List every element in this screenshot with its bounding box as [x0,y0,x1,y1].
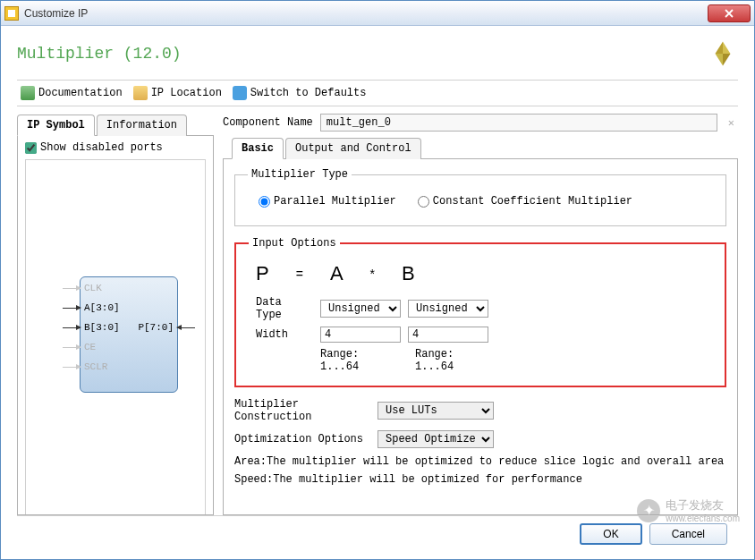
ip-location-label: IP Location [151,87,222,99]
eq-equals: = [296,267,303,281]
page-title: Multiplier (12.0) [17,45,708,63]
data-type-label: Data Type [256,296,313,321]
svg-marker-3 [723,54,731,66]
component-name-label: Component Name [223,116,313,129]
right-panel: Component Name ✕ Basic Output and Contro… [223,114,738,515]
multiplier-type-group: Multiplier Type Parallel Multiplier Cons… [234,168,726,226]
clear-name-icon[interactable]: ✕ [725,116,738,130]
data-type-row: Data Type Unsigned Unsigned [256,296,705,321]
data-type-a-select[interactable]: Unsigned [320,300,401,318]
eq-P: P [256,262,269,285]
tab-output-control[interactable]: Output and Control [285,138,421,159]
eq-A: A [330,262,344,285]
eq-star: * [370,267,375,281]
width-row: Width [256,327,705,343]
input-options-legend: Input Options [249,237,340,250]
documentation-button[interactable]: Documentation [17,84,126,102]
svg-marker-2 [716,54,724,66]
optimization-label: Optimization Options [234,433,369,445]
construction-row: Multiplier Construction Use LUTs [234,398,726,423]
radio-parallel[interactable]: Parallel Multiplier [259,195,396,208]
window: Customize IP Multiplier (12.0) Documenta… [0,0,755,560]
component-name-input[interactable] [320,114,717,132]
input-options-group: Input Options P = A * B Data Type Unsign… [234,237,726,387]
book-icon [21,86,35,100]
toolbar: Documentation IP Location Switch to Defa… [17,80,738,106]
ok-button[interactable]: OK [580,523,641,545]
port-p: P[7:0] [138,322,174,333]
refresh-icon [233,86,247,100]
close-button[interactable] [708,4,751,22]
component-name-row: Component Name ✕ [223,114,738,132]
construction-label: Multiplier Construction [234,398,369,423]
data-type-b-select[interactable]: Unsigned [408,300,488,318]
width-label: Width [256,328,313,341]
right-content: Multiplier Type Parallel Multiplier Cons… [223,158,738,515]
app-icon [4,6,19,21]
tab-basic[interactable]: Basic [232,138,284,159]
pin-a [63,308,81,309]
range-a: Range: 1...64 [320,348,401,373]
folder-icon [133,86,148,100]
radio-parallel-label: Parallel Multiplier [274,195,396,208]
vendor-logo-icon [708,38,738,69]
port-sclr: SCLR [84,361,107,372]
port-a: A[3:0] [84,302,120,313]
switch-defaults-label: Switch to Defaults [250,87,367,99]
right-tabset: Basic Output and Control [232,137,738,158]
svg-marker-1 [716,41,724,54]
radio-constant[interactable]: Constant Coefficient Multiplier [418,195,632,208]
port-b: B[3:0] [84,322,120,333]
window-title: Customize IP [24,7,708,20]
area-description: Area:The multiplier will be optimized to… [234,455,726,468]
radio-constant-input[interactable] [418,196,429,208]
close-icon [725,9,734,18]
content-area: Multiplier (12.0) Documentation IP Locat… [1,26,754,559]
ip-symbol-canvas[interactable]: CLK A[3:0] B[3:0] CE SCLR P[7:0] [25,159,206,515]
range-b: Range: 1...64 [415,348,496,373]
radio-constant-label: Constant Coefficient Multiplier [433,195,632,208]
radio-parallel-input[interactable] [259,196,270,208]
ip-location-button[interactable]: IP Location [130,84,225,102]
cancel-button[interactable]: Cancel [649,523,727,545]
main-area: IP Symbol Information Show disabled port… [17,114,738,515]
speed-description: Speed:The multiplier will be optimized f… [234,473,726,486]
titlebar: Customize IP [1,1,754,26]
svg-marker-0 [723,41,731,54]
left-panel: IP Symbol Information Show disabled port… [17,114,214,515]
pin-clk [63,288,81,289]
documentation-label: Documentation [38,87,123,99]
width-b-input[interactable] [408,327,488,343]
switch-defaults-button[interactable]: Switch to Defaults [229,84,370,102]
show-disabled-label: Show disabled ports [40,141,163,154]
show-disabled-checkbox-input[interactable] [25,142,37,154]
width-a-input[interactable] [320,327,401,343]
pin-b [63,327,81,328]
optimization-row: Optimization Options Speed Optimized [234,430,726,448]
pin-ce [63,347,81,348]
tab-information[interactable]: Information [97,115,187,136]
eq-B: B [402,262,415,285]
multiplier-type-legend: Multiplier Type [248,168,352,181]
left-tabset: IP Symbol Information [17,114,214,135]
port-ce: CE [84,342,96,352]
footer: OK Cancel [17,515,738,552]
pin-p [177,327,195,328]
ip-block: CLK A[3:0] B[3:0] CE SCLR P[7:0] [80,276,178,393]
show-disabled-ports-checkbox[interactable]: Show disabled ports [25,141,206,154]
construction-select[interactable]: Use LUTs [378,402,494,420]
equation-row: P = A * B [256,262,705,285]
port-clk: CLK [84,283,102,293]
optimization-select[interactable]: Speed Optimized [378,430,494,448]
header-row: Multiplier (12.0) [17,38,738,69]
pin-sclr [63,367,81,368]
tab-ip-symbol[interactable]: IP Symbol [17,115,95,136]
range-row: Range: 1...64 Range: 1...64 [320,348,705,373]
left-panel-body: Show disabled ports CLK A[3:0] B[3:0] CE [17,135,214,515]
multiplier-type-radios: Parallel Multiplier Constant Coefficient… [248,190,713,213]
